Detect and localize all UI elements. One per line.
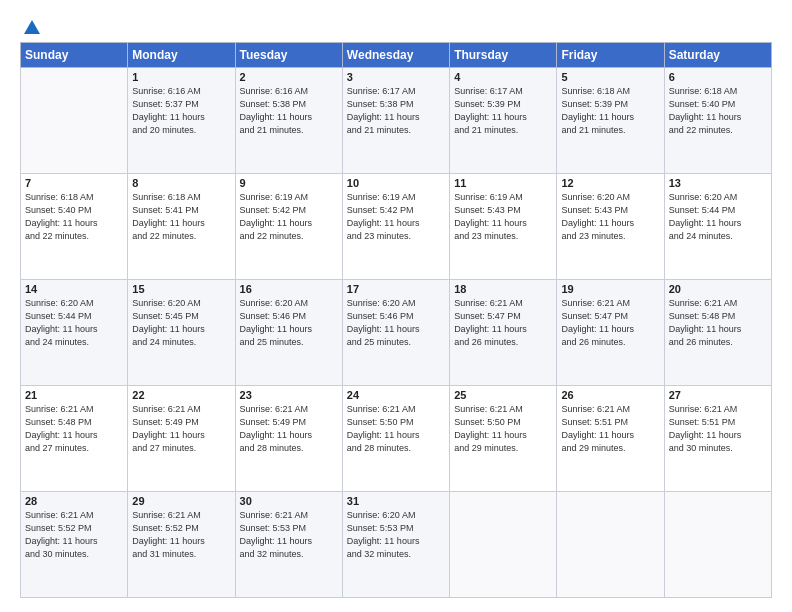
day-number: 20 [669,283,767,295]
calendar-cell: 19Sunrise: 6:21 AM Sunset: 5:47 PM Dayli… [557,280,664,386]
calendar-cell: 7Sunrise: 6:18 AM Sunset: 5:40 PM Daylig… [21,174,128,280]
day-number: 4 [454,71,552,83]
calendar-cell [21,68,128,174]
day-number: 16 [240,283,338,295]
cell-details: Sunrise: 6:20 AM Sunset: 5:44 PM Dayligh… [25,297,123,349]
svg-marker-0 [24,20,40,34]
day-number: 18 [454,283,552,295]
day-number: 17 [347,283,445,295]
day-number: 19 [561,283,659,295]
calendar-header-thursday: Thursday [450,43,557,68]
calendar-cell: 9Sunrise: 6:19 AM Sunset: 5:42 PM Daylig… [235,174,342,280]
calendar-cell: 16Sunrise: 6:20 AM Sunset: 5:46 PM Dayli… [235,280,342,386]
calendar-header-tuesday: Tuesday [235,43,342,68]
cell-details: Sunrise: 6:17 AM Sunset: 5:39 PM Dayligh… [454,85,552,137]
day-number: 21 [25,389,123,401]
calendar-cell [664,492,771,598]
day-number: 13 [669,177,767,189]
calendar-cell: 8Sunrise: 6:18 AM Sunset: 5:41 PM Daylig… [128,174,235,280]
calendar-cell [450,492,557,598]
calendar-header-saturday: Saturday [664,43,771,68]
cell-details: Sunrise: 6:20 AM Sunset: 5:46 PM Dayligh… [240,297,338,349]
day-number: 1 [132,71,230,83]
day-number: 7 [25,177,123,189]
calendar-cell: 15Sunrise: 6:20 AM Sunset: 5:45 PM Dayli… [128,280,235,386]
calendar: SundayMondayTuesdayWednesdayThursdayFrid… [20,42,772,598]
cell-details: Sunrise: 6:20 AM Sunset: 5:53 PM Dayligh… [347,509,445,561]
calendar-cell: 21Sunrise: 6:21 AM Sunset: 5:48 PM Dayli… [21,386,128,492]
cell-details: Sunrise: 6:21 AM Sunset: 5:51 PM Dayligh… [561,403,659,455]
cell-details: Sunrise: 6:21 AM Sunset: 5:49 PM Dayligh… [132,403,230,455]
calendar-cell: 24Sunrise: 6:21 AM Sunset: 5:50 PM Dayli… [342,386,449,492]
calendar-week-5: 28Sunrise: 6:21 AM Sunset: 5:52 PM Dayli… [21,492,772,598]
calendar-cell: 31Sunrise: 6:20 AM Sunset: 5:53 PM Dayli… [342,492,449,598]
day-number: 28 [25,495,123,507]
calendar-cell: 12Sunrise: 6:20 AM Sunset: 5:43 PM Dayli… [557,174,664,280]
cell-details: Sunrise: 6:21 AM Sunset: 5:47 PM Dayligh… [561,297,659,349]
calendar-cell: 14Sunrise: 6:20 AM Sunset: 5:44 PM Dayli… [21,280,128,386]
calendar-cell: 20Sunrise: 6:21 AM Sunset: 5:48 PM Dayli… [664,280,771,386]
cell-details: Sunrise: 6:16 AM Sunset: 5:37 PM Dayligh… [132,85,230,137]
calendar-week-4: 21Sunrise: 6:21 AM Sunset: 5:48 PM Dayli… [21,386,772,492]
calendar-cell: 18Sunrise: 6:21 AM Sunset: 5:47 PM Dayli… [450,280,557,386]
day-number: 22 [132,389,230,401]
calendar-cell [557,492,664,598]
calendar-cell: 17Sunrise: 6:20 AM Sunset: 5:46 PM Dayli… [342,280,449,386]
logo-icon [22,18,42,38]
cell-details: Sunrise: 6:20 AM Sunset: 5:46 PM Dayligh… [347,297,445,349]
day-number: 5 [561,71,659,83]
calendar-header-monday: Monday [128,43,235,68]
calendar-week-1: 1Sunrise: 6:16 AM Sunset: 5:37 PM Daylig… [21,68,772,174]
day-number: 14 [25,283,123,295]
day-number: 25 [454,389,552,401]
cell-details: Sunrise: 6:21 AM Sunset: 5:50 PM Dayligh… [347,403,445,455]
calendar-cell: 22Sunrise: 6:21 AM Sunset: 5:49 PM Dayli… [128,386,235,492]
day-number: 23 [240,389,338,401]
calendar-cell: 11Sunrise: 6:19 AM Sunset: 5:43 PM Dayli… [450,174,557,280]
header [20,18,772,34]
day-number: 6 [669,71,767,83]
calendar-cell: 28Sunrise: 6:21 AM Sunset: 5:52 PM Dayli… [21,492,128,598]
cell-details: Sunrise: 6:18 AM Sunset: 5:39 PM Dayligh… [561,85,659,137]
day-number: 11 [454,177,552,189]
cell-details: Sunrise: 6:18 AM Sunset: 5:40 PM Dayligh… [25,191,123,243]
day-number: 24 [347,389,445,401]
calendar-cell: 25Sunrise: 6:21 AM Sunset: 5:50 PM Dayli… [450,386,557,492]
day-number: 29 [132,495,230,507]
calendar-cell: 5Sunrise: 6:18 AM Sunset: 5:39 PM Daylig… [557,68,664,174]
cell-details: Sunrise: 6:18 AM Sunset: 5:41 PM Dayligh… [132,191,230,243]
cell-details: Sunrise: 6:21 AM Sunset: 5:48 PM Dayligh… [25,403,123,455]
calendar-cell: 30Sunrise: 6:21 AM Sunset: 5:53 PM Dayli… [235,492,342,598]
calendar-cell: 29Sunrise: 6:21 AM Sunset: 5:52 PM Dayli… [128,492,235,598]
cell-details: Sunrise: 6:21 AM Sunset: 5:47 PM Dayligh… [454,297,552,349]
cell-details: Sunrise: 6:21 AM Sunset: 5:48 PM Dayligh… [669,297,767,349]
cell-details: Sunrise: 6:16 AM Sunset: 5:38 PM Dayligh… [240,85,338,137]
calendar-header-wednesday: Wednesday [342,43,449,68]
cell-details: Sunrise: 6:19 AM Sunset: 5:42 PM Dayligh… [347,191,445,243]
day-number: 30 [240,495,338,507]
cell-details: Sunrise: 6:21 AM Sunset: 5:53 PM Dayligh… [240,509,338,561]
cell-details: Sunrise: 6:19 AM Sunset: 5:42 PM Dayligh… [240,191,338,243]
day-number: 2 [240,71,338,83]
calendar-cell: 10Sunrise: 6:19 AM Sunset: 5:42 PM Dayli… [342,174,449,280]
day-number: 27 [669,389,767,401]
calendar-week-3: 14Sunrise: 6:20 AM Sunset: 5:44 PM Dayli… [21,280,772,386]
day-number: 15 [132,283,230,295]
page: SundayMondayTuesdayWednesdayThursdayFrid… [0,0,792,612]
cell-details: Sunrise: 6:20 AM Sunset: 5:45 PM Dayligh… [132,297,230,349]
calendar-cell: 2Sunrise: 6:16 AM Sunset: 5:38 PM Daylig… [235,68,342,174]
cell-details: Sunrise: 6:21 AM Sunset: 5:52 PM Dayligh… [132,509,230,561]
cell-details: Sunrise: 6:21 AM Sunset: 5:49 PM Dayligh… [240,403,338,455]
day-number: 8 [132,177,230,189]
cell-details: Sunrise: 6:19 AM Sunset: 5:43 PM Dayligh… [454,191,552,243]
cell-details: Sunrise: 6:17 AM Sunset: 5:38 PM Dayligh… [347,85,445,137]
calendar-header-friday: Friday [557,43,664,68]
calendar-cell: 13Sunrise: 6:20 AM Sunset: 5:44 PM Dayli… [664,174,771,280]
calendar-cell: 6Sunrise: 6:18 AM Sunset: 5:40 PM Daylig… [664,68,771,174]
day-number: 10 [347,177,445,189]
calendar-week-2: 7Sunrise: 6:18 AM Sunset: 5:40 PM Daylig… [21,174,772,280]
cell-details: Sunrise: 6:21 AM Sunset: 5:51 PM Dayligh… [669,403,767,455]
calendar-cell: 23Sunrise: 6:21 AM Sunset: 5:49 PM Dayli… [235,386,342,492]
calendar-header-row: SundayMondayTuesdayWednesdayThursdayFrid… [21,43,772,68]
day-number: 9 [240,177,338,189]
